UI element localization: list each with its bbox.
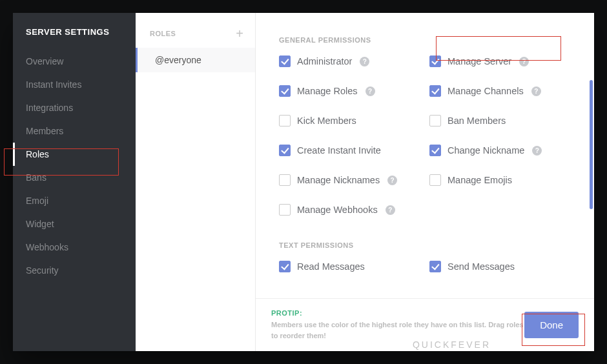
protip-title: PROTIP: <box>271 309 302 317</box>
permission-checkbox[interactable] <box>429 145 441 156</box>
permission-label: Change Nickname <box>448 145 524 156</box>
sidebar-item-emoji[interactable]: Emoji <box>13 189 136 212</box>
permission-item-manage-nicknames: Manage Nicknames? <box>279 174 417 186</box>
permission-label: Manage Nicknames <box>297 175 380 185</box>
sidebar-item-webhooks[interactable]: Webhooks <box>13 236 136 259</box>
permission-checkbox[interactable] <box>279 174 291 186</box>
roles-header: ROLES + <box>136 13 255 48</box>
permission-label: Create Instant Invite <box>297 145 381 156</box>
permission-item-manage-roles: Manage Roles? <box>279 85 417 97</box>
help-icon[interactable]: ? <box>386 205 395 215</box>
permission-checkbox[interactable] <box>429 115 441 126</box>
permission-item-kick-members: Kick Members <box>279 115 417 126</box>
sidebar-item-security[interactable]: Security <box>13 259 136 282</box>
sidebar-item-bans[interactable]: Bans <box>13 166 136 189</box>
permission-item-manage-emojis: Manage Emojis <box>429 174 567 186</box>
sidebar-title: SERVER SETTINGS <box>13 13 136 50</box>
permission-item-manage-channels: Manage Channels? <box>429 85 567 97</box>
permissions-section-title: GENERAL PERMISSIONS <box>279 36 567 44</box>
help-icon[interactable]: ? <box>365 86 375 96</box>
permission-label: Kick Members <box>297 116 356 126</box>
permission-label: Manage Server <box>448 56 511 66</box>
permission-checkbox[interactable] <box>279 56 291 67</box>
roles-list: @everyone <box>136 48 255 72</box>
sidebar-items: OverviewInstant InvitesIntegrationsMembe… <box>13 50 136 282</box>
roles-header-label: ROLES <box>150 30 176 37</box>
help-icon[interactable]: ? <box>532 146 542 156</box>
scrollbar-thumb[interactable] <box>590 80 593 209</box>
sidebar: SERVER SETTINGS OverviewInstant InvitesI… <box>13 13 136 351</box>
permission-checkbox[interactable] <box>429 261 441 272</box>
permission-item-ban-members: Ban Members <box>429 115 567 126</box>
help-icon[interactable]: ? <box>531 86 541 96</box>
watermark: QUICKFEVER <box>413 339 491 350</box>
help-icon[interactable]: ? <box>360 57 369 66</box>
permission-item-create-instant-invite: Create Instant Invite <box>279 145 417 156</box>
permissions-grid: Administrator?Manage Server?Manage Roles… <box>279 56 567 216</box>
permission-item-read-messages: Read Messages <box>279 261 417 272</box>
help-icon[interactable]: ? <box>519 57 529 66</box>
permissions-grid: Read MessagesSend Messages <box>279 261 567 272</box>
permission-item-change-nickname: Change Nickname? <box>429 145 567 156</box>
permission-checkbox[interactable] <box>279 85 291 97</box>
protip-text: Members use the color of the highest rol… <box>271 321 524 340</box>
permission-item-send-messages: Send Messages <box>429 261 567 272</box>
permission-label: Manage Channels <box>448 86 524 96</box>
permission-checkbox[interactable] <box>429 85 441 97</box>
permission-label: Manage Emojis <box>448 175 512 185</box>
permission-checkbox[interactable] <box>429 174 441 186</box>
permission-checkbox[interactable] <box>279 145 291 156</box>
roles-column: ROLES + @everyone <box>136 13 256 351</box>
permission-checkbox[interactable] <box>279 115 291 126</box>
sidebar-item-overview[interactable]: Overview <box>13 50 136 73</box>
permissions-column: GENERAL PERMISSIONSAdministrator?Manage … <box>256 13 594 351</box>
role-item[interactable]: @everyone <box>136 48 255 72</box>
permission-label: Administrator <box>297 56 352 66</box>
permissions-scroll[interactable]: GENERAL PERMISSIONSAdministrator?Manage … <box>256 13 594 298</box>
add-role-icon[interactable]: + <box>236 27 243 40</box>
protip: PROTIP: Members use the color of the hig… <box>271 308 524 342</box>
permission-label: Manage Roles <box>297 86 358 96</box>
settings-panel: SERVER SETTINGS OverviewInstant InvitesI… <box>13 13 594 351</box>
sidebar-item-members[interactable]: Members <box>13 119 136 143</box>
permission-item-administrator: Administrator? <box>279 56 417 67</box>
help-icon[interactable]: ? <box>387 176 397 185</box>
sidebar-item-integrations[interactable]: Integrations <box>13 96 136 119</box>
permission-label: Send Messages <box>448 261 515 272</box>
permission-label: Ban Members <box>448 116 506 126</box>
sidebar-item-roles[interactable]: Roles <box>13 143 136 166</box>
permissions-section-title: TEXT PERMISSIONS <box>279 241 567 249</box>
sidebar-item-instant-invites[interactable]: Instant Invites <box>13 73 136 96</box>
permission-checkbox[interactable] <box>279 204 291 216</box>
permission-label: Manage Webhooks <box>297 205 378 215</box>
permission-checkbox[interactable] <box>279 261 291 272</box>
permission-checkbox[interactable] <box>429 56 441 67</box>
permission-item-manage-server: Manage Server? <box>429 56 567 67</box>
sidebar-item-widget[interactable]: Widget <box>13 212 136 236</box>
permission-item-manage-webhooks: Manage Webhooks? <box>279 204 417 216</box>
permission-label: Read Messages <box>297 261 365 272</box>
done-button[interactable]: Done <box>524 312 579 338</box>
